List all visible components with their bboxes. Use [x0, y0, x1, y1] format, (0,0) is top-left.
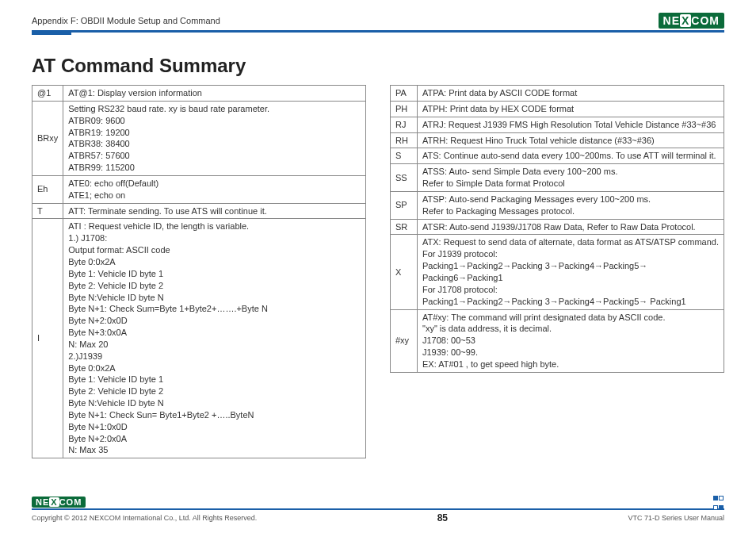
- nexcom-logo-footer: NEXCOM: [32, 497, 724, 507]
- command-code: PA: [391, 86, 418, 102]
- command-description: ATT: Terminate sending. To use ATS will …: [63, 203, 366, 219]
- table-row: PAATPA: Print data by ASCII CODE format: [391, 86, 724, 102]
- command-description: AT#xy: The command will print designated…: [418, 309, 724, 372]
- command-description: ATS: Continue auto-send data every 100~2…: [418, 148, 724, 164]
- command-code: #xy: [391, 309, 418, 372]
- table-row: XATX: Request to send data of alternate,…: [391, 235, 724, 309]
- command-description: ATSR: Auto-send J1939/J1708 Raw Data, Re…: [418, 219, 724, 235]
- table-row: @1AT@1: Display version information: [32, 86, 366, 102]
- command-code: SR: [391, 219, 418, 235]
- table-row: RHATRH: Request Hino Truck Total vehicle…: [391, 132, 724, 148]
- command-description: ATX: Request to send data of alternate, …: [418, 235, 724, 309]
- table-row: RJATRJ: Request J1939 FMS High Resolutio…: [391, 117, 724, 132]
- table-row: BRxySetting RS232 baud rate. xy is baud …: [32, 101, 366, 175]
- command-description: ATRJ: Request J1939 FMS High Resolution …: [418, 117, 724, 132]
- command-code: BRxy: [32, 101, 63, 175]
- footer-rule: [32, 508, 724, 510]
- page-header: Appendix F: OBDII Module Setup and Comma…: [32, 14, 724, 27]
- command-description: ATSP: Auto-send Packaging Messages every…: [418, 191, 724, 219]
- command-code: Eh: [32, 175, 63, 203]
- command-description: ATRH: Request Hino Truck Total vehicle d…: [418, 132, 724, 148]
- command-code: PH: [391, 101, 418, 117]
- page-title: AT Command Summary: [32, 55, 724, 77]
- command-description: ATSS: Auto- send Simple Data every 100~2…: [418, 164, 724, 192]
- nexcom-logo: NEXCOM: [659, 14, 724, 27]
- copyright-text: Copyright © 2012 NEXCOM International Co…: [32, 514, 257, 522]
- command-description: AT@1: Display version information: [63, 86, 366, 102]
- table-row: SSATSS: Auto- send Simple Data every 100…: [391, 164, 724, 192]
- table-row: SATS: Continue auto-send data every 100~…: [391, 148, 724, 164]
- command-code: T: [32, 203, 63, 219]
- corner-flag-icon: [713, 493, 724, 499]
- command-description: ATE0: echo off(Default) ATE1; echo on: [63, 175, 366, 203]
- right-column: PAATPA: Print data by ASCII CODE formatP…: [390, 85, 724, 458]
- content-columns: @1AT@1: Display version informationBRxyS…: [32, 85, 724, 458]
- command-code: RJ: [391, 117, 418, 132]
- command-table-left: @1AT@1: Display version informationBRxyS…: [32, 85, 366, 458]
- table-row: IATI : Request vehicle ID, the length is…: [32, 219, 366, 458]
- table-row: PHATPH: Print data by HEX CODE format: [391, 101, 724, 117]
- table-row: SRATSR: Auto-send J1939/J1708 Raw Data, …: [391, 219, 724, 235]
- command-code: S: [391, 148, 418, 164]
- header-rule: [32, 30, 724, 33]
- command-code: X: [391, 235, 418, 309]
- command-code: RH: [391, 132, 418, 148]
- table-row: EhATE0: echo off(Default) ATE1; echo on: [32, 175, 366, 203]
- page-footer: NEXCOM Copyright © 2012 NEXCOM Internati…: [32, 497, 724, 523]
- left-column: @1AT@1: Display version informationBRxyS…: [32, 85, 366, 458]
- breadcrumb: Appendix F: OBDII Module Setup and Comma…: [32, 16, 220, 25]
- command-description: Setting RS232 baud rate. xy is baud rate…: [63, 101, 366, 175]
- table-row: SPATSP: Auto-send Packaging Messages eve…: [391, 191, 724, 219]
- page-number: 85: [437, 512, 448, 523]
- command-description: ATI : Request vehicle ID, the length is …: [63, 219, 366, 458]
- table-row: TATT: Terminate sending. To use ATS will…: [32, 203, 366, 219]
- command-description: ATPA: Print data by ASCII CODE format: [418, 86, 724, 102]
- table-row: #xyAT#xy: The command will print designa…: [391, 309, 724, 372]
- command-code: SS: [391, 164, 418, 192]
- command-table-right: PAATPA: Print data by ASCII CODE formatP…: [390, 85, 724, 373]
- command-code: @1: [32, 86, 63, 102]
- manual-name: VTC 71-D Series User Manual: [628, 514, 724, 522]
- command-code: I: [32, 219, 63, 458]
- command-code: SP: [391, 191, 418, 219]
- command-description: ATPH: Print data by HEX CODE format: [418, 101, 724, 117]
